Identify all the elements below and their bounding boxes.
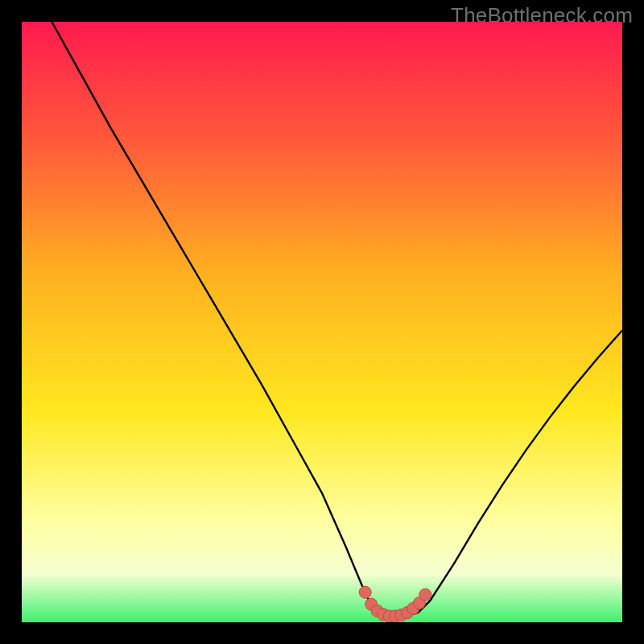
gradient-background <box>22 22 622 622</box>
optimal-marker <box>359 586 371 598</box>
chart-svg <box>22 22 622 622</box>
optimal-marker <box>419 588 431 601</box>
chart-frame: TheBottleneck.com <box>0 0 644 644</box>
chart-plot-area <box>22 22 622 622</box>
